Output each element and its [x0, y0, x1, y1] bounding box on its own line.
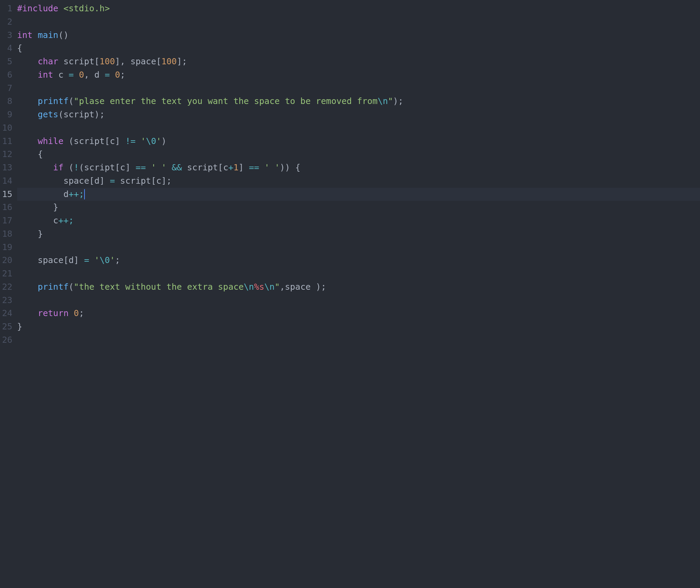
code-token: ) [161, 136, 167, 146]
code-line[interactable]: #include <stdio.h> [17, 2, 700, 15]
code-token: ' ' [151, 162, 166, 172]
code-token: %s [254, 282, 264, 292]
code-token: )) [280, 162, 290, 172]
code-area[interactable]: #include <stdio.h> int main(){ char scri… [17, 2, 700, 588]
code-token: } [53, 202, 58, 212]
code-line[interactable] [17, 121, 700, 135]
code-token: ( [69, 282, 74, 292]
code-token: c [120, 162, 125, 172]
code-token: char [38, 56, 63, 66]
code-token: 0 [79, 70, 84, 80]
code-line[interactable] [17, 82, 700, 95]
code-token: c [58, 70, 68, 80]
code-line[interactable]: if (!(script[c] == ' ' && script[c+1] ==… [17, 161, 700, 174]
code-token: printf [38, 96, 68, 106]
code-token: { [17, 43, 22, 53]
code-token: ) [316, 282, 321, 292]
code-token: ] [74, 255, 79, 265]
code-token: ; [120, 70, 125, 80]
code-token: printf [38, 282, 68, 292]
code-token: 0 [74, 308, 79, 318]
code-token [17, 162, 53, 172]
code-line[interactable]: c++; [17, 214, 700, 227]
code-token: ] [115, 56, 120, 66]
code-line[interactable]: while (script[c] != '\0') [17, 135, 700, 148]
code-line[interactable] [17, 294, 700, 307]
line-number: 18 [0, 227, 12, 241]
code-line[interactable] [17, 15, 700, 29]
code-token: ++; [58, 215, 74, 225]
code-token: ] [125, 162, 130, 172]
code-token: = [69, 70, 79, 80]
code-token: " [275, 282, 280, 292]
code-token [17, 202, 53, 212]
code-line[interactable]: } [17, 201, 700, 214]
code-token [17, 189, 63, 199]
code-token: ' [110, 255, 115, 265]
code-line[interactable]: { [17, 42, 700, 55]
line-number: 24 [0, 307, 12, 320]
code-token: ( [79, 162, 84, 172]
code-token [17, 70, 38, 80]
code-line[interactable] [17, 241, 700, 254]
code-token [17, 255, 38, 265]
code-token: 0 [115, 70, 120, 80]
code-line[interactable]: char script[100], space[100]; [17, 55, 700, 68]
code-token: ; [167, 176, 172, 186]
code-token: ; [79, 308, 84, 318]
code-editor[interactable]: 1234567891011121314151617181920212223242… [0, 0, 700, 588]
code-token: ( [69, 96, 74, 106]
code-token: = [105, 70, 115, 80]
code-token: ] [115, 136, 120, 146]
code-token: space [130, 56, 156, 66]
code-token: ; [321, 282, 326, 292]
code-line[interactable]: d++; [17, 188, 700, 201]
code-line[interactable] [17, 334, 700, 347]
code-line[interactable]: int main() [17, 29, 700, 42]
code-line[interactable]: return 0; [17, 307, 700, 320]
code-token: } [38, 229, 43, 239]
text-cursor [84, 189, 85, 199]
code-line[interactable]: } [17, 320, 700, 334]
code-token: ( [69, 162, 74, 172]
code-token: ++; [69, 189, 84, 199]
code-token [17, 149, 38, 159]
code-line[interactable]: printf("the text without the extra space… [17, 280, 700, 294]
code-token: script [74, 136, 105, 146]
code-token: ' [156, 136, 161, 146]
code-token: ( [69, 136, 74, 146]
code-token: == [244, 162, 264, 172]
code-line[interactable]: space[d] = script[c]; [17, 174, 700, 188]
line-number: 21 [0, 267, 12, 280]
code-token: = [79, 255, 94, 265]
code-line[interactable]: int c = 0, d = 0; [17, 68, 700, 82]
code-line[interactable]: { [17, 148, 700, 161]
line-number: 15 [0, 188, 12, 201]
code-line[interactable]: printf("plase enter the text you want th… [17, 95, 700, 108]
code-line[interactable]: space[d] = '\0'; [17, 254, 700, 267]
code-token: <stdio.h> [63, 3, 109, 13]
code-line[interactable]: } [17, 227, 700, 241]
code-token: [ [151, 176, 156, 186]
line-number: 4 [0, 42, 12, 55]
line-number: 2 [0, 15, 12, 29]
code-token [17, 282, 38, 292]
code-token: ] [161, 176, 167, 186]
line-number: 5 [0, 55, 12, 68]
code-token: ' ' [264, 162, 280, 172]
line-number: 12 [0, 148, 12, 161]
line-number: 16 [0, 201, 12, 214]
code-line[interactable] [17, 267, 700, 280]
code-token [17, 308, 38, 318]
code-token: c [110, 136, 115, 146]
code-token: != [120, 136, 141, 146]
code-token: + [228, 162, 233, 172]
code-token: script [84, 162, 115, 172]
code-token: "plase enter the text you want the space… [74, 96, 378, 106]
line-number: 26 [0, 334, 12, 347]
code-token: script [120, 176, 151, 186]
code-token: c [223, 162, 228, 172]
code-token: , [120, 56, 130, 66]
code-line[interactable]: gets(script); [17, 108, 700, 121]
code-token: [ [94, 56, 100, 66]
